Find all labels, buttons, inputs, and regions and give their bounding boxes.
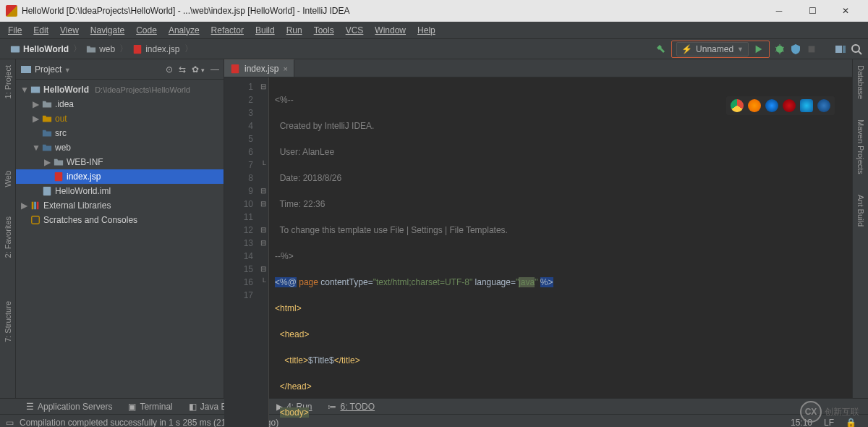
tree-src[interactable]: src bbox=[16, 126, 224, 140]
folder-icon bbox=[54, 157, 64, 167]
code-content[interactable]: <%-- Created by IntelliJ IDEA. User: Ala… bbox=[269, 77, 852, 427]
svg-rect-11 bbox=[32, 202, 34, 210]
tool-app-servers[interactable]: ☰Application Servers bbox=[26, 402, 112, 412]
coverage-button[interactable] bbox=[790, 43, 801, 55]
tree-web[interactable]: ▼ web bbox=[16, 140, 224, 155]
editor-tab-indexjsp[interactable]: index.jsp × bbox=[224, 59, 294, 77]
chevron-icon: 〉 bbox=[184, 43, 193, 55]
tool-ant-tab[interactable]: Ant Build bbox=[856, 192, 865, 229]
svg-point-6 bbox=[852, 45, 859, 52]
editor-tabs: index.jsp × bbox=[224, 59, 852, 77]
edge-icon[interactable] bbox=[817, 99, 830, 112]
run-config-icon: ⚡ bbox=[681, 44, 692, 54]
menu-tools[interactable]: Tools bbox=[309, 24, 339, 37]
svg-rect-15 bbox=[231, 64, 239, 72]
tool-structure-tab[interactable]: 7: Structure bbox=[4, 298, 12, 345]
svg-rect-9 bbox=[55, 172, 63, 181]
breadcrumb-file[interactable]: index.jsp bbox=[128, 41, 184, 57]
module-icon bbox=[10, 44, 20, 54]
menu-help[interactable]: Help bbox=[412, 24, 441, 37]
menu-navigate[interactable]: Navigate bbox=[85, 24, 129, 37]
svg-rect-0 bbox=[11, 46, 20, 52]
tree-webinf[interactable]: ▶ WEB-INF bbox=[16, 155, 224, 169]
svg-rect-10 bbox=[43, 187, 51, 195]
tool-terminal[interactable]: ▣Terminal bbox=[128, 402, 172, 412]
tree-indexjsp[interactable]: index.jsp bbox=[16, 169, 224, 184]
maximize-button[interactable]: ☐ bbox=[796, 0, 829, 22]
svg-rect-1 bbox=[134, 44, 142, 53]
search-everywhere-button[interactable] bbox=[851, 43, 862, 55]
watermark: CX 创新互联 bbox=[800, 401, 859, 423]
menu-vcs[interactable]: VCS bbox=[341, 24, 369, 37]
tree-scratches[interactable]: Scratches and Consoles bbox=[16, 213, 224, 227]
editor-area: index.jsp × 1234567891011121314151617 ⊟└… bbox=[224, 59, 852, 398]
safari-icon[interactable] bbox=[765, 99, 778, 112]
tree-iml[interactable]: HelloWorld.iml bbox=[16, 184, 224, 198]
fold-gutter[interactable]: ⊟└ ⊟⊟⊟⊟⊟└ bbox=[258, 77, 269, 427]
folder-icon bbox=[42, 114, 52, 124]
settings-icon[interactable]: ✿ ▾ bbox=[192, 64, 205, 75]
svg-point-2 bbox=[776, 46, 783, 53]
ie-icon[interactable] bbox=[800, 99, 813, 112]
breadcrumb-folder[interactable]: web bbox=[82, 41, 119, 57]
folder-icon bbox=[86, 44, 96, 54]
tool-project-tab[interactable]: 1: Project bbox=[4, 62, 12, 101]
jsp-file-icon bbox=[132, 44, 142, 54]
firefox-icon[interactable] bbox=[748, 99, 761, 112]
project-panel-header: Project ▼ ⊙ ⇆ ✿ ▾ — bbox=[16, 59, 224, 80]
menu-edit[interactable]: Edit bbox=[28, 24, 54, 37]
menu-analyze[interactable]: Analyze bbox=[163, 24, 205, 37]
tool-web-tab[interactable]: Web bbox=[4, 168, 12, 190]
tree-out[interactable]: ▶ out bbox=[16, 111, 224, 126]
line-numbers: 1234567891011121314151617 bbox=[224, 77, 258, 427]
tool-maven-tab[interactable]: Maven Projects bbox=[856, 117, 865, 177]
menu-file[interactable]: File bbox=[3, 24, 27, 37]
window-titlebar: HelloWorld [D:\IdeaProjects\HelloWorld] … bbox=[0, 0, 868, 22]
dropdown-icon: ▼ bbox=[737, 46, 744, 53]
window-controls: ─ ☐ ✕ bbox=[762, 0, 862, 22]
svg-rect-5 bbox=[843, 46, 846, 53]
chevron-icon: 〉 bbox=[73, 43, 82, 55]
tree-idea[interactable]: ▶ .idea bbox=[16, 97, 224, 111]
right-tool-stripe: Database Maven Projects Ant Build bbox=[852, 59, 868, 398]
svg-rect-14 bbox=[32, 216, 40, 224]
close-button[interactable]: ✕ bbox=[829, 0, 862, 22]
tool-window-quick-access-icon[interactable]: ▭ bbox=[6, 418, 14, 428]
navigation-bar: HelloWorld 〉 web 〉 index.jsp 〉 ⚡ Unnamed… bbox=[0, 39, 868, 59]
code-editor[interactable]: 1234567891011121314151617 ⊟└ ⊟⊟⊟⊟⊟└ <%--… bbox=[224, 77, 852, 427]
menu-code[interactable]: Code bbox=[131, 24, 162, 37]
tree-external-libraries[interactable]: ▶ External Libraries bbox=[16, 198, 224, 213]
folder-icon bbox=[42, 143, 52, 153]
jsp-file-icon bbox=[54, 172, 64, 182]
project-tree[interactable]: ▼ HelloWorld D:\IdeaProjects\HelloWorld … bbox=[16, 80, 224, 398]
menu-run[interactable]: Run bbox=[281, 24, 307, 37]
project-structure-button[interactable] bbox=[835, 43, 846, 55]
tool-favorites-tab[interactable]: 2: Favorites bbox=[4, 214, 12, 261]
window-title: HelloWorld [D:\IdeaProjects\HelloWorld] … bbox=[22, 6, 762, 16]
module-icon bbox=[30, 85, 41, 95]
hide-panel-icon[interactable]: — bbox=[210, 64, 219, 75]
chevron-icon: 〉 bbox=[119, 43, 128, 55]
folder-icon bbox=[42, 99, 52, 109]
tree-root[interactable]: ▼ HelloWorld D:\IdeaProjects\HelloWorld bbox=[16, 83, 224, 97]
run-config-selector[interactable]: ⚡ Unnamed ▼ bbox=[676, 42, 749, 56]
debug-button[interactable] bbox=[774, 43, 786, 55]
tool-database-tab[interactable]: Database bbox=[856, 62, 865, 102]
main-menu: File Edit View Navigate Code Analyze Ref… bbox=[0, 22, 868, 39]
opera-icon[interactable] bbox=[783, 99, 796, 112]
scroll-from-source-icon[interactable]: ⊙ bbox=[166, 64, 173, 75]
scratches-icon bbox=[30, 215, 41, 225]
stop-button[interactable] bbox=[806, 43, 817, 55]
menu-view[interactable]: View bbox=[55, 24, 84, 37]
build-button[interactable] bbox=[655, 43, 667, 55]
collapse-all-icon[interactable]: ⇆ bbox=[179, 64, 186, 75]
minimize-button[interactable]: ─ bbox=[762, 0, 796, 22]
run-button[interactable] bbox=[753, 43, 765, 55]
menu-window[interactable]: Window bbox=[370, 24, 411, 37]
close-tab-icon[interactable]: × bbox=[283, 64, 287, 73]
breadcrumb-project[interactable]: HelloWorld bbox=[6, 41, 73, 57]
chrome-icon[interactable] bbox=[731, 99, 744, 112]
menu-refactor[interactable]: Refactor bbox=[206, 24, 249, 37]
app-icon bbox=[6, 5, 17, 17]
menu-build[interactable]: Build bbox=[250, 24, 280, 37]
